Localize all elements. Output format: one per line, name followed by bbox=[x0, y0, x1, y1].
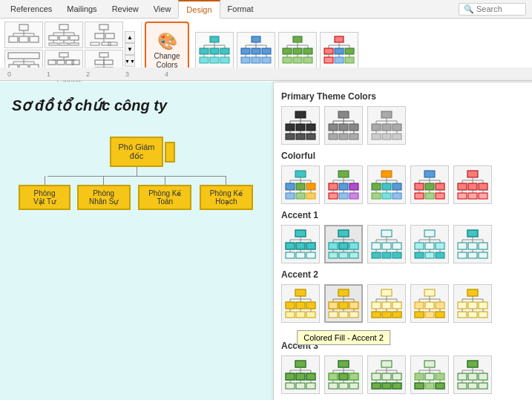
color-swatch-colorful5[interactable] bbox=[453, 165, 492, 204]
smartart-option-2[interactable] bbox=[237, 32, 275, 71]
svg-rect-187 bbox=[329, 193, 338, 199]
svg-rect-271 bbox=[372, 243, 381, 249]
scroll-more[interactable]: ▼▼ bbox=[125, 55, 135, 67]
section-title-accent3: Accent 3 bbox=[281, 341, 532, 351]
svg-rect-115 bbox=[295, 111, 306, 118]
color-swatch-accent3-1[interactable] bbox=[281, 355, 320, 394]
svg-rect-413 bbox=[339, 383, 348, 389]
color-swatch-accent2-5[interactable] bbox=[453, 284, 492, 323]
color-swatch-colorful1[interactable] bbox=[281, 165, 320, 204]
svg-rect-385 bbox=[295, 361, 306, 367]
svg-rect-354 bbox=[393, 312, 401, 318]
color-swatch-accent2-2[interactable]: Colored Fill - Accent 2 bbox=[324, 284, 363, 323]
svg-rect-303 bbox=[479, 243, 487, 249]
color-swatch-accent1-4[interactable] bbox=[410, 225, 449, 263]
smartart-option-4[interactable] bbox=[320, 32, 358, 71]
color-swatch-colorful2[interactable] bbox=[324, 165, 363, 204]
svg-rect-78 bbox=[262, 48, 271, 54]
svg-rect-160 bbox=[295, 171, 306, 177]
layout-item-1[interactable] bbox=[4, 22, 43, 48]
color-swatch-accent1-1[interactable] bbox=[281, 225, 320, 263]
color-swatch-accent1-2[interactable] bbox=[324, 225, 363, 263]
color-swatch-accent1-5[interactable] bbox=[453, 225, 492, 263]
color-swatch-accent2-4[interactable] bbox=[410, 284, 449, 323]
document-area: Sơ đồ tổ chức công ty Phó Giámđốc PhòngV… bbox=[0, 82, 273, 400]
smartart-option-1[interactable] bbox=[195, 32, 234, 71]
search-box[interactable]: 🔍 bbox=[459, 3, 526, 16]
svg-rect-151 bbox=[372, 124, 381, 131]
svg-rect-340 bbox=[381, 289, 392, 296]
layout-item-2[interactable] bbox=[45, 22, 83, 48]
svg-rect-250 bbox=[338, 230, 349, 237]
svg-rect-362 bbox=[425, 302, 434, 309]
search-input[interactable] bbox=[476, 4, 521, 13]
svg-rect-136 bbox=[329, 124, 338, 131]
svg-rect-198 bbox=[393, 183, 401, 190]
svg-rect-44 bbox=[48, 60, 56, 65]
tab-view[interactable]: View bbox=[146, 0, 179, 19]
svg-rect-421 bbox=[372, 373, 381, 380]
svg-rect-129 bbox=[306, 134, 315, 140]
svg-rect-181 bbox=[329, 183, 338, 190]
color-swatch-gray[interactable] bbox=[324, 106, 363, 145]
svg-rect-167 bbox=[296, 183, 305, 190]
svg-rect-168 bbox=[306, 183, 315, 190]
color-swatch-colorful3[interactable] bbox=[367, 165, 406, 204]
svg-rect-77 bbox=[252, 48, 260, 54]
tab-design[interactable]: Design bbox=[178, 0, 220, 19]
color-swatch-accent3-4[interactable] bbox=[410, 355, 449, 394]
scroll-down[interactable]: ▼ bbox=[125, 43, 135, 55]
tab-mailings[interactable]: Mailings bbox=[59, 0, 104, 19]
svg-rect-70 bbox=[252, 36, 260, 42]
svg-rect-429 bbox=[393, 383, 401, 389]
color-swatch-accent1-3[interactable] bbox=[367, 225, 406, 263]
org-box-phong-ke-hoach: Phòng KếHoạch bbox=[200, 185, 253, 210]
svg-rect-211 bbox=[415, 183, 424, 190]
svg-rect-218 bbox=[425, 193, 434, 199]
section-title-primary: Primary Theme Colors bbox=[281, 91, 532, 102]
svg-rect-363 bbox=[436, 302, 444, 309]
svg-rect-227 bbox=[468, 183, 477, 190]
svg-rect-183 bbox=[349, 183, 358, 190]
palette-icon: 🎨 bbox=[157, 32, 177, 51]
svg-rect-353 bbox=[382, 312, 391, 318]
svg-rect-174 bbox=[306, 193, 315, 199]
accent2-row: Colored Fill - Accent 2 bbox=[281, 284, 532, 323]
svg-rect-7 bbox=[19, 36, 28, 42]
smartart-option-3[interactable] bbox=[278, 32, 317, 71]
svg-rect-97 bbox=[283, 57, 292, 63]
svg-rect-0 bbox=[19, 24, 28, 30]
svg-rect-368 bbox=[425, 312, 434, 318]
tab-references[interactable]: References bbox=[3, 0, 59, 19]
svg-rect-325 bbox=[338, 289, 349, 296]
svg-rect-212 bbox=[425, 183, 434, 190]
svg-rect-121 bbox=[286, 124, 295, 131]
svg-rect-378 bbox=[479, 302, 487, 309]
tab-review[interactable]: Review bbox=[105, 0, 146, 19]
svg-rect-400 bbox=[338, 361, 349, 367]
tab-format[interactable]: Format bbox=[220, 0, 261, 19]
svg-rect-233 bbox=[468, 193, 477, 199]
layout-item-3[interactable] bbox=[85, 22, 123, 48]
svg-rect-423 bbox=[393, 373, 401, 380]
color-swatch-accent2-3[interactable] bbox=[367, 284, 406, 323]
primary-color-row bbox=[281, 106, 532, 145]
color-swatch-accent3-5[interactable] bbox=[453, 355, 492, 394]
color-swatch-accent3-2[interactable] bbox=[324, 355, 363, 394]
section-title-colorful: Colorful bbox=[281, 151, 532, 161]
scroll-up[interactable]: ▲ bbox=[125, 31, 135, 43]
svg-rect-137 bbox=[339, 124, 348, 131]
color-swatch-black[interactable] bbox=[281, 106, 320, 145]
svg-rect-219 bbox=[436, 193, 444, 199]
accent3-row bbox=[281, 355, 532, 394]
color-swatch-gray2[interactable] bbox=[367, 106, 406, 145]
color-swatch-accent3-3[interactable] bbox=[367, 355, 406, 394]
svg-rect-399 bbox=[306, 383, 315, 389]
color-swatch-colorful4[interactable] bbox=[410, 165, 449, 204]
svg-rect-398 bbox=[296, 383, 305, 389]
svg-rect-232 bbox=[458, 193, 467, 199]
svg-rect-277 bbox=[372, 252, 381, 258]
svg-rect-108 bbox=[345, 48, 354, 54]
svg-rect-45 bbox=[57, 60, 65, 65]
color-swatch-accent2-1[interactable] bbox=[281, 284, 320, 323]
